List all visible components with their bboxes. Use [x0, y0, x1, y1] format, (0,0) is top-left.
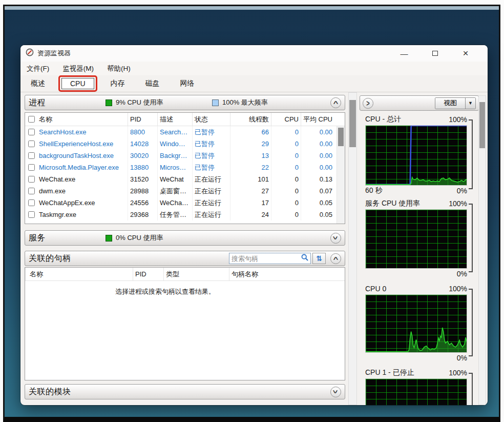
- table-row[interactable]: dwm.exe28988桌面窗…正在运行2700.07: [25, 185, 337, 197]
- graph-min-label: 0%: [457, 354, 467, 362]
- menu-item[interactable]: 文件(F): [27, 64, 49, 73]
- column-header-0[interactable]: 名称: [25, 113, 128, 126]
- table-row[interactable]: WeChatAppEx.exe24556WeCha…正在运行1700.05: [25, 197, 337, 209]
- app-icon: [26, 48, 34, 58]
- graph-title: CPU - 总计: [365, 115, 401, 124]
- column-header-6[interactable]: 平均 CPU: [301, 113, 337, 126]
- handles-collapse-button[interactable]: >: [330, 253, 341, 264]
- handles-section-header[interactable]: 关联的句柄 ⇅ >: [25, 251, 345, 266]
- tab-CPU[interactable]: CPU: [61, 78, 94, 89]
- sort-indicator-icon: ^: [79, 268, 81, 269]
- row-checkbox[interactable]: [28, 188, 35, 194]
- graphs-container: CPU - 总计100%60 秒0%服务 CPU 使用率100%0%CPU 01…: [360, 114, 479, 405]
- scrollbar-thumb[interactable]: [349, 100, 356, 147]
- graph-scale-bracket: [469, 289, 473, 356]
- column-header-3[interactable]: 状态^: [192, 113, 230, 126]
- services-expand-button[interactable]: >: [330, 233, 341, 244]
- cell: 66: [230, 126, 271, 138]
- graph-title: CPU 1 - 已停止: [365, 368, 414, 377]
- row-checkbox[interactable]: [28, 164, 35, 171]
- main-vertical-scrollbar[interactable]: [348, 92, 357, 405]
- process-table: 名称PID描述状态^线程数CPU平均 CPU SearchHost.exe880…: [25, 112, 345, 224]
- maximize-button[interactable]: [427, 47, 443, 59]
- column-header-5[interactable]: CPU: [271, 113, 301, 126]
- graph-title: 服务 CPU 使用率: [365, 199, 420, 208]
- tab-网络[interactable]: 网络: [176, 78, 199, 89]
- graph-label-row: CPU 0100%: [365, 283, 467, 294]
- column-header-0[interactable]: 名称^: [25, 268, 133, 280]
- search-icon[interactable]: [301, 254, 308, 263]
- process-table-header[interactable]: 名称PID描述状态^线程数CPU平均 CPU: [25, 113, 345, 126]
- row-checkbox[interactable]: [28, 176, 35, 183]
- modules-section-header[interactable]: 关联的模块 >: [25, 384, 345, 399]
- cell: 13880: [128, 162, 157, 173]
- table-row[interactable]: SearchHost.exe8800Search…已暂停6600.00: [25, 126, 337, 138]
- menu-item[interactable]: 帮助(H): [107, 64, 131, 73]
- cell: 28988: [128, 185, 157, 197]
- graph-block: CPU 1 - 已停止100%: [365, 367, 473, 405]
- row-checkbox[interactable]: [28, 152, 35, 159]
- scrollbar-thumb[interactable]: [338, 128, 344, 146]
- column-header-2[interactable]: 类型: [163, 268, 229, 280]
- menu-item[interactable]: 监视器(M): [62, 64, 94, 73]
- processes-collapse-button[interactable]: >: [330, 97, 341, 108]
- graph-bottom-row: 0%: [365, 353, 467, 363]
- column-header-4[interactable]: 线程数: [230, 113, 271, 126]
- column-header-2[interactable]: 描述: [157, 113, 192, 126]
- process-name-cell: WeChat.exe: [25, 175, 128, 183]
- graphs-scrollbar[interactable]: [478, 95, 486, 405]
- views-button[interactable]: 视图 ▼: [435, 97, 476, 109]
- handles-table-header[interactable]: 名称^PID类型句柄名称: [25, 268, 345, 281]
- graph-title: CPU 0: [365, 285, 386, 293]
- tab-内存[interactable]: 内存: [107, 78, 129, 89]
- legend-color-swatch: [106, 235, 112, 242]
- cpu-usage-legend: 9% CPU 使用率: [106, 98, 212, 107]
- row-checkbox[interactable]: [28, 211, 35, 218]
- graph-scale-bracket: [469, 119, 473, 189]
- process-name: ShellExperienceHost.exe: [39, 140, 113, 148]
- panel-collapse-button[interactable]: >: [363, 98, 373, 109]
- column-header-3[interactable]: 句柄名称: [229, 268, 337, 280]
- title-bar[interactable]: 资源监视器 — ×: [20, 45, 488, 62]
- tab-磁盘[interactable]: 磁盘: [141, 78, 164, 89]
- cell: 8800: [128, 126, 157, 138]
- handle-search-input[interactable]: [232, 255, 301, 263]
- column-header-1[interactable]: PID: [128, 113, 157, 126]
- select-all-checkbox[interactable]: [28, 116, 35, 123]
- graph-time-label: 60 秒: [365, 186, 382, 195]
- row-checkbox[interactable]: [28, 140, 35, 147]
- processes-section-title: 进程: [29, 97, 106, 108]
- cell: 101: [230, 173, 271, 185]
- modules-expand-button[interactable]: >: [330, 387, 341, 397]
- processes-section-header[interactable]: 进程 9% CPU 使用率 100% 最大频率 >: [25, 95, 345, 110]
- close-button[interactable]: ×: [458, 47, 473, 59]
- row-checkbox[interactable]: [28, 199, 35, 206]
- row-checkbox[interactable]: [28, 129, 35, 135]
- process-name-cell: SearchHost.exe: [25, 128, 128, 136]
- table-row[interactable]: backgroundTaskHost.exe30020Backgr…已暂停130…: [25, 150, 337, 162]
- process-name-cell: Microsoft.Media.Player.exe: [25, 164, 128, 171]
- table-row[interactable]: Taskmgr.exe29368任务管…正在运行2400.05: [25, 209, 337, 220]
- cell: 正在运行: [192, 209, 230, 220]
- views-button-label[interactable]: 视图: [435, 98, 465, 109]
- cell: 0.00: [301, 150, 337, 162]
- tab-概述[interactable]: 概述: [27, 78, 49, 89]
- handle-search-box[interactable]: [229, 253, 311, 264]
- process-table-scrollbar[interactable]: [337, 126, 345, 224]
- refresh-button[interactable]: ⇅: [312, 253, 326, 264]
- minimize-button[interactable]: —: [396, 47, 412, 59]
- cell: 已暂停: [192, 138, 230, 150]
- services-section-header[interactable]: 服务 0% CPU 使用率 >: [25, 230, 345, 246]
- column-header-1[interactable]: PID: [133, 268, 163, 280]
- scrollbar-thumb[interactable]: [479, 102, 485, 148]
- graph-max-label: 100%: [449, 285, 467, 293]
- views-dropdown-arrow[interactable]: ▼: [465, 98, 475, 109]
- services-section-title: 服务: [29, 233, 106, 244]
- table-row[interactable]: Microsoft.Media.Player.exe13880Micros…已暂…: [25, 162, 337, 173]
- table-row[interactable]: WeChat.exe31520WeChat正在运行10100.13: [25, 173, 337, 185]
- cell: 0: [271, 138, 301, 150]
- process-name-cell: dwm.exe: [25, 187, 128, 195]
- graph-block: CPU 0100%0%: [365, 283, 473, 363]
- table-row[interactable]: ShellExperienceHost.exe14028Windo…已暂停290…: [25, 138, 337, 150]
- handles-section-title: 关联的句柄: [29, 253, 71, 264]
